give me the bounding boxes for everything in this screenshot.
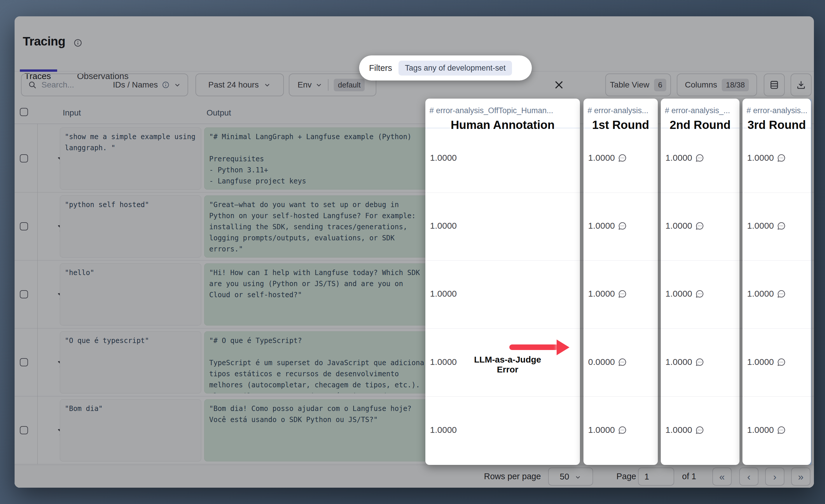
last-page-button[interactable]: » [791, 468, 810, 486]
row-checkbox[interactable] [20, 290, 28, 299]
comment-icon[interactable] [695, 221, 704, 231]
input-cell[interactable]: "python self hosted" [60, 195, 201, 258]
rows-per-page-label: Rows per page [484, 472, 541, 481]
input-cell[interactable]: "Bom dia" [60, 399, 201, 461]
comment-icon[interactable] [618, 426, 627, 435]
row-divider [661, 396, 740, 397]
filter-tag-badge[interactable]: Tags any of development-set [398, 61, 512, 76]
rows-per-page-value: 50 [560, 472, 569, 482]
comment-icon[interactable] [618, 221, 627, 231]
page-count-label: of 1 [682, 472, 696, 481]
comment-icon[interactable] [695, 289, 704, 299]
score-column-3: # error-analysis_...2nd Round1.00001.000… [661, 99, 740, 465]
output-cell[interactable]: "Great—what do you want to set up or deb… [204, 195, 430, 258]
next-page-button[interactable]: › [765, 468, 784, 486]
score-value: 1.0000 [665, 289, 704, 299]
output-cell[interactable]: "# Minimal LangGraph + Langfuse example … [204, 128, 430, 189]
row-divider [584, 328, 658, 329]
filters-control[interactable]: Filters Tags any of development-set [359, 56, 532, 81]
filters-label: Filters [369, 63, 392, 73]
comment-icon[interactable] [618, 357, 627, 367]
column-header-output[interactable]: Output [207, 108, 231, 117]
row-divider [742, 328, 811, 329]
comment-icon[interactable] [695, 426, 704, 435]
score-value: 1.0000 [665, 221, 704, 231]
row-divider [661, 328, 740, 329]
score-column-header[interactable]: # error-analysis... [588, 106, 655, 115]
chevron-down-icon [575, 473, 581, 480]
score-number: 1.0000 [665, 289, 692, 299]
active-tab-indicator [20, 69, 57, 72]
score-number: 1.0000 [430, 153, 457, 163]
score-value: 1.0000 [665, 357, 704, 367]
output-cell[interactable]: "# O que é TypeScript? TypeScript é um s… [204, 331, 430, 394]
score-value: 1.0000 [747, 289, 786, 299]
score-value: 1.0000 [747, 425, 786, 435]
row-checkbox[interactable] [20, 222, 28, 231]
score-value: 1.0000 [588, 289, 627, 299]
row-divider [742, 192, 811, 193]
score-number: 1.0000 [665, 153, 692, 163]
score-number: 1.0000 [430, 289, 457, 299]
score-number: 1.0000 [747, 221, 774, 231]
row-divider [425, 396, 580, 397]
score-number: 1.0000 [430, 357, 457, 367]
column-annotation-label: 2nd Round [661, 118, 740, 132]
score-number: 1.0000 [665, 221, 692, 231]
comment-icon[interactable] [777, 289, 786, 299]
score-number: 1.0000 [430, 221, 457, 231]
first-page-button[interactable]: « [712, 468, 732, 486]
score-number: 1.0000 [588, 153, 615, 163]
row-divider [742, 260, 811, 261]
score-column-2: # error-analysis...1st Round1.00001.0000… [584, 99, 658, 465]
previous-page-button[interactable]: ‹ [739, 468, 758, 486]
score-value: 1.0000 [588, 153, 627, 163]
score-value: 1.0000 [665, 153, 704, 163]
rows-per-page-select[interactable]: 50 [548, 468, 593, 486]
output-cell[interactable]: "Bom dia! Como posso ajudar com o Langfu… [204, 399, 430, 461]
column-annotation-label: Human Annotation [425, 118, 580, 132]
comment-icon[interactable] [618, 153, 627, 162]
comment-icon[interactable] [695, 357, 704, 367]
select-all-checkbox[interactable] [20, 108, 28, 116]
row-divider [425, 328, 580, 329]
input-cell[interactable]: "O que é typescript" [60, 331, 201, 394]
page-number-input[interactable]: 1 [638, 468, 674, 486]
input-cell[interactable]: "show me a simple example using langgrap… [60, 128, 201, 189]
annotation-arrow-head [556, 339, 570, 355]
row-checkbox[interactable] [20, 426, 28, 434]
row-divider [425, 192, 580, 193]
comment-icon[interactable] [777, 357, 786, 367]
column-annotation-label: 3rd Round [742, 118, 811, 132]
score-column-header[interactable]: # error-analysis_OffTopic_Human... [430, 106, 577, 115]
score-column-1: # error-analysis_OffTopic_Human...Human … [425, 99, 580, 465]
output-cell[interactable]: "Hi! How can I help with Langfuse today?… [204, 263, 430, 326]
comment-icon[interactable] [695, 153, 704, 162]
score-value: 1.0000 [747, 153, 786, 163]
row-checkbox[interactable] [20, 154, 28, 162]
row-divider [584, 396, 658, 397]
annotation-arrow [509, 344, 558, 350]
comment-icon[interactable] [777, 426, 786, 435]
row-divider [584, 192, 658, 193]
score-number: 1.0000 [747, 425, 774, 435]
pagination-footer: Rows per page 50 Page 1 of 1 « ‹ › » [15, 465, 814, 488]
score-value: 1.0000 [430, 357, 457, 367]
column-header-input[interactable]: Input [63, 108, 81, 117]
score-value: 0.0000 [588, 357, 627, 367]
input-cell[interactable]: "hello" [60, 263, 201, 326]
annotation-arrow-label: LLM-as-a-Judge Error [464, 355, 551, 374]
info-icon[interactable] [74, 38, 82, 47]
score-column-header[interactable]: # error-analysis... [747, 106, 808, 115]
score-number: 1.0000 [588, 221, 615, 231]
column-annotation-label: 1st Round [584, 118, 658, 132]
row-divider [661, 260, 740, 261]
row-checkbox[interactable] [20, 358, 28, 366]
comment-icon[interactable] [777, 153, 786, 162]
score-number: 1.0000 [430, 425, 457, 435]
page-label: Page [616, 472, 636, 481]
comment-icon[interactable] [777, 221, 786, 231]
comment-icon[interactable] [618, 289, 627, 299]
score-column-header[interactable]: # error-analysis_... [665, 106, 737, 115]
row-divider [425, 260, 580, 261]
